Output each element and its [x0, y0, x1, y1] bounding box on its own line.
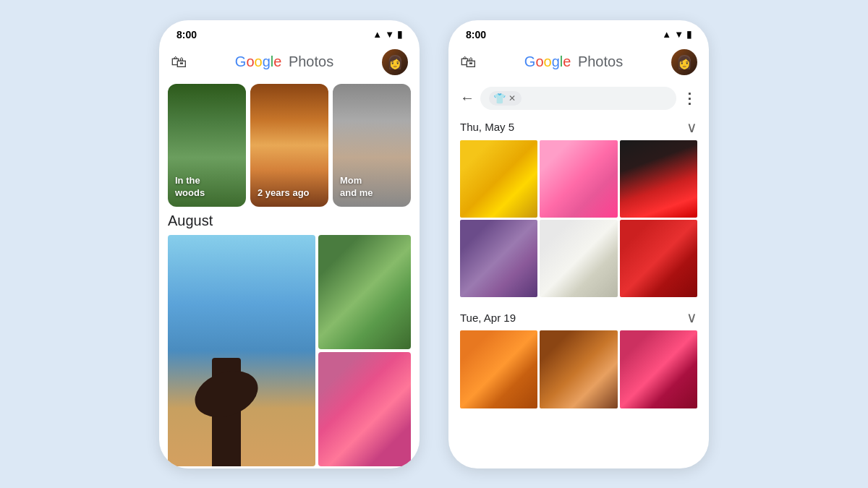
search-chip-container[interactable]: 👕 ✕ [480, 87, 676, 110]
more-options-button[interactable]: ⋮ [682, 90, 697, 107]
logo-photos-text-right: Photos [574, 53, 623, 70]
section-month: August [168, 213, 411, 229]
memory-label-mom: Momand me [340, 175, 373, 200]
status-bar-left: 8:00 ▲ ▼ ▮ [159, 20, 420, 43]
photo-grid-may5 [460, 140, 697, 298]
memories-row: In thewoods 2 years ago Momand me [168, 84, 411, 207]
signal-icon: ▲ [373, 29, 382, 40]
date-section-apr19: Tue, Apr 19 ∨ [448, 306, 709, 416]
photo-red-flower[interactable] [620, 140, 697, 218]
photo-pink-roses[interactable] [620, 330, 697, 408]
date-section-may5: Thu, May 5 ∨ [448, 116, 709, 307]
photo-white-flower[interactable] [540, 220, 617, 297]
photo-crowd[interactable] [318, 352, 411, 466]
date-label-may5: Thu, May 5 [460, 121, 514, 133]
photo-wild-flowers[interactable] [460, 330, 537, 408]
battery-icon-r: ▮ [686, 29, 692, 40]
tree-decoration [212, 358, 241, 466]
avatar-left[interactable]: 👩 [382, 49, 408, 75]
date-label-apr19: Tue, Apr 19 [460, 312, 516, 324]
photo-park[interactable] [318, 235, 411, 349]
logo-right: Google Photos [524, 53, 623, 70]
chip-remove-button[interactable]: ✕ [509, 93, 516, 103]
search-chip[interactable]: 👕 ✕ [489, 91, 522, 106]
photos-section: August [159, 213, 420, 468]
time-left: 8:00 [176, 29, 197, 40]
wifi-icon: ▼ [385, 29, 394, 40]
memories-section: In thewoods 2 years ago Momand me [159, 84, 420, 213]
memory-label-years: 2 years ago [258, 187, 310, 200]
phone-right: 8:00 ▲ ▼ ▮ 🛍 Google Photos 👩 ← 👕 ✕ ⋮ [448, 20, 709, 468]
photo-grid-august [168, 235, 411, 466]
bag-icon-right[interactable]: 🛍 [460, 53, 476, 72]
photo-pink-bouquet[interactable] [540, 140, 617, 218]
memory-card-mom[interactable]: Momand me [333, 84, 411, 207]
search-bar-row: ← 👕 ✕ ⋮ [448, 84, 709, 116]
time-right: 8:00 [466, 29, 486, 40]
memory-card-years[interactable]: 2 years ago [250, 84, 328, 207]
app-header-left: 🛍 Google Photos 👩 [159, 43, 420, 84]
photo-woman-door[interactable] [540, 330, 617, 408]
date-header-may5: Thu, May 5 ∨ [460, 119, 697, 136]
photo-right-col [318, 235, 411, 466]
wifi-icon-r: ▼ [674, 29, 684, 40]
chip-clothing-icon: 👕 [493, 93, 506, 104]
memory-card-woods[interactable]: In thewoods [168, 84, 246, 207]
logo: Google Photos [235, 53, 333, 70]
expand-apr19[interactable]: ∨ [686, 309, 697, 326]
avatar-right[interactable]: 👩 [671, 49, 697, 75]
photo-grid-apr19 [460, 330, 697, 408]
photo-people-group[interactable] [460, 220, 537, 297]
status-icons-left: ▲ ▼ ▮ [373, 29, 402, 40]
status-bar-right: 8:00 ▲ ▼ ▮ [448, 20, 709, 43]
phone-left: 8:00 ▲ ▼ ▮ 🛍 Google Photos 👩 In thewoods… [159, 20, 420, 468]
photo-beach[interactable] [168, 235, 315, 466]
memory-label-woods: In thewoods [175, 175, 205, 200]
signal-icon-r: ▲ [662, 29, 671, 40]
logo-photos-text: Photos [284, 53, 333, 70]
app-header-right: 🛍 Google Photos 👩 [448, 43, 709, 84]
status-icons-right: ▲ ▼ ▮ [662, 29, 692, 40]
bag-icon[interactable]: 🛍 [171, 53, 187, 72]
back-button[interactable]: ← [460, 90, 475, 106]
date-header-apr19: Tue, Apr 19 ∨ [460, 309, 697, 326]
battery-icon: ▮ [397, 29, 402, 40]
photo-sunflower[interactable] [460, 140, 537, 218]
expand-may5[interactable]: ∨ [686, 119, 697, 136]
photo-red-roses[interactable] [620, 220, 697, 297]
